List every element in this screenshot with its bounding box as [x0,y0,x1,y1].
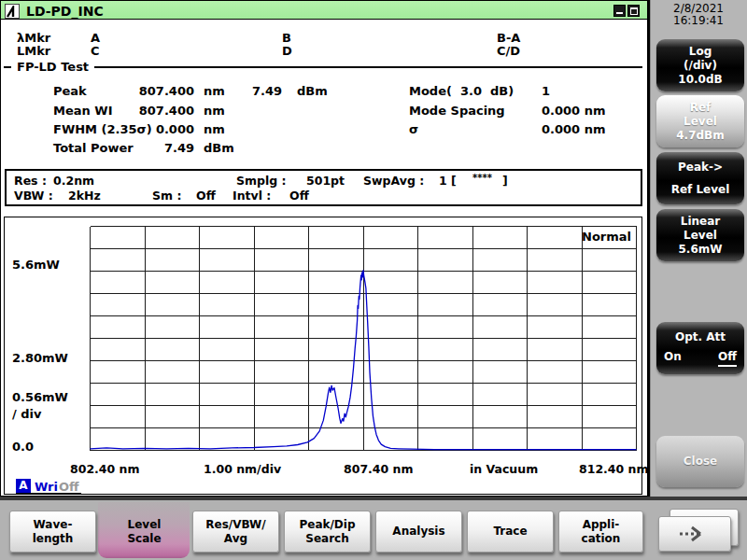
peak-level-value: 7.49 [233,84,282,98]
ref-level-line1: Ref [690,101,712,115]
group-rule [4,66,642,68]
menu-more-button[interactable] [658,512,739,553]
res-value: 0.2nm [53,174,94,188]
title-bar: LD-PD_INC [1,1,647,20]
more-button-front-sheet [658,516,731,552]
y-axis-zero-label: 0.0 [12,440,34,454]
measurement-row: Peak 807.400 nm 7.49 dBm Mode( 3.0 dB) 1 [0,84,650,99]
minimize-icon [616,12,623,14]
log-per-div-button[interactable]: Log (/div) 10.0dB [656,39,744,91]
clock: 2/8/2021 16:19:41 [654,3,743,27]
menu-res-vbw-avg-button[interactable]: Res/VBW/ Avg [192,511,279,553]
measurement-row: Mean WI 807.400 nm Mode Spacing 0.000 nm [0,104,650,119]
y-axis-div-value: 0.56mW [12,390,68,404]
opt-att-label: Opt. Att [675,330,726,344]
vbw-value: 2kHz [68,189,101,203]
opt-att-options: On Off [664,350,737,367]
sweep-avg-value: 1 [ [439,174,457,188]
trace-status-underline [16,493,81,495]
measurement-row: Total Power 7.49 dBm [0,141,650,156]
close-button-label: Close [684,455,717,469]
peak-wavelength-value: 807.400 [112,84,194,98]
mode-spacing-value: 0.000 nm [542,104,605,118]
wavelength-line2: length [33,532,74,546]
x-axis-start-label: 802.40 nm [70,462,140,476]
menu-peak-dip-search-button[interactable]: Peak/Dip Search [284,511,371,553]
lambda-marker-label: λMkr [17,31,50,45]
window-title: LD-PD_INC [26,4,104,19]
x-axis-medium-label: in Vacuum [470,462,538,476]
peak-level-unit: dBm [297,84,328,98]
menu-wavelength-button[interactable]: Wave- length [9,511,96,553]
peak-dip-line2: Search [305,532,348,546]
total-power-unit: dBm [204,141,234,155]
log-button-line1: Log [689,45,712,59]
sweep-avg-label: SwpAvg : [363,174,424,188]
interval-value: Off [289,189,309,203]
measurement-row: FWHM (2.35σ) 0.000 nm σ 0.000 nm [0,122,650,137]
peak-wavelength-unit: nm [204,84,225,98]
linear-level-button[interactable]: Linear Level 5.6mW [656,209,744,261]
linear-level-line2: Level [684,229,717,243]
anritsu-logo-icon [5,4,20,19]
marker-cd-label: C/D [497,44,520,58]
marker-c-label: C [91,44,100,58]
marker-b-label: B [282,31,291,45]
sampling-value: 501pt [306,174,345,188]
vbw-label: VBW : [14,189,53,203]
sigma-value: 0.000 nm [542,122,605,136]
application-line1: Appli- [583,518,620,532]
time-label: 16:19:41 [654,15,743,27]
wavelength-line1: Wave- [34,518,73,532]
trace-state: Off [59,480,79,494]
smoothing-label: Sm : [152,189,181,203]
level-marker-label: LMkr [17,44,50,58]
mode-spacing-label: Mode Spacing [409,104,505,118]
sigma-label: σ [409,122,418,136]
peak-label: Peak [53,84,87,98]
mean-wl-label: Mean WI [53,104,112,118]
total-power-value: 7.49 [112,141,194,155]
sweep-avg-stars: **** [472,173,492,183]
menu-level-scale-button[interactable]: Level Scale [101,511,188,553]
opt-att-on-option[interactable]: On [664,350,682,367]
menu-trace-button[interactable]: Trace [467,511,554,553]
log-button-value: 10.0dB [678,73,722,87]
fwhm-unit: nm [204,122,225,136]
application-line2: cation [582,532,621,546]
next-page-arrow-icon [674,525,715,543]
peak-ref-line2: Ref Level [671,178,730,201]
marker-ba-label: B-A [497,31,520,45]
marker-a-label: A [91,31,100,45]
linear-level-value: 5.6mW [679,243,723,257]
y-axis-mid-label: 2.80mW [12,351,68,365]
sweep-avg-bracket: ] [502,174,508,188]
interval-label: Intvl : [233,189,271,203]
marker-d-label: D [282,44,292,58]
maximize-icon [630,7,638,15]
opt-att-off-option[interactable]: Off [718,350,737,367]
y-axis-div-label: / div [12,407,42,421]
x-axis-div-label: 1.00 nm/div [204,462,281,476]
trace-a-badge: A [16,479,31,493]
menu-application-button[interactable]: Appli- cation [558,511,643,553]
peak-to-ref-level-button[interactable]: Peak-> Ref Level [656,152,744,204]
ref-level-button[interactable]: Ref Level 4.7dBm [656,95,744,147]
mean-wl-unit: nm [204,104,225,118]
analysis-label: Analysis [392,525,444,539]
close-button[interactable]: Close [656,436,744,487]
minimize-button[interactable] [613,5,626,17]
fwhm-value: 0.000 [112,122,194,136]
level-scale-line2: Scale [127,532,161,546]
res-vbw-line1: Res/VBW/ [205,518,265,532]
mean-wl-value: 807.400 [112,104,194,118]
level-scale-line1: Level [128,518,162,532]
peak-ref-line1: Peak-> [678,156,723,178]
scale-mode-label: Normal [560,230,631,244]
main-window: LD-PD_INC λMkr A B B-A LMkr C D C/D FP-L… [0,0,650,497]
maximize-button[interactable] [627,5,640,17]
res-label: Res : [14,174,47,188]
opt-att-button[interactable]: Opt. Att On Off [656,322,744,374]
res-vbw-line2: Avg [224,532,247,546]
menu-analysis-button[interactable]: Analysis [375,511,462,553]
